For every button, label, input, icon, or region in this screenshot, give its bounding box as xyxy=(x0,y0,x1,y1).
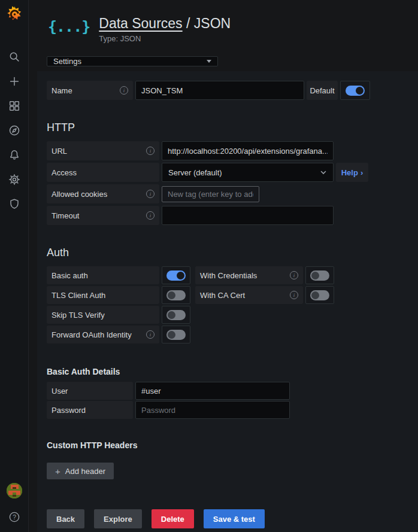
with-ca-cert-row: With CA Cert xyxy=(195,286,334,304)
breadcrumb-separator: / xyxy=(186,16,190,31)
tls-client-auth-toggle[interactable] xyxy=(162,286,190,304)
name-label-text: Name xyxy=(52,86,72,95)
forward-oauth-row: Forward OAuth Identity xyxy=(47,326,190,343)
sidebar: ? xyxy=(0,0,29,532)
action-buttons: Back Explore Delete Save & test xyxy=(47,509,408,528)
basic-auth-label: Basic auth xyxy=(47,266,159,284)
datasource-type-subtitle: Type: JSON xyxy=(99,34,231,43)
help-icon[interactable]: ? xyxy=(8,510,21,524)
skip-tls-verify-label-text: Skip TLS Verify xyxy=(52,311,105,320)
add-header-button-text: Add header xyxy=(65,467,105,476)
allowed-cookies-tag-input[interactable] xyxy=(162,186,259,202)
caret-down-icon xyxy=(207,60,211,63)
forward-oauth-label: Forward OAuth Identity xyxy=(47,326,159,343)
allowed-cookies-field-label: Allowed cookies xyxy=(47,184,159,203)
auth-toggle-grid: Basic auth TLS Client Auth xyxy=(47,266,408,345)
tls-client-auth-label: TLS Client Auth xyxy=(47,286,159,304)
skip-tls-verify-row: Skip TLS Verify xyxy=(47,306,190,324)
save-and-test-button[interactable]: Save & test xyxy=(204,509,265,528)
with-ca-cert-label: With CA Cert xyxy=(195,286,303,304)
page-title: Data Sources / JSON xyxy=(99,16,231,32)
svg-text:?: ? xyxy=(13,514,16,521)
password-field-label: Password xyxy=(47,401,133,419)
timeout-row: Timeout xyxy=(47,206,408,225)
basic-auth-toggle[interactable] xyxy=(162,266,190,284)
chevron-down-icon xyxy=(320,169,327,176)
basic-auth-label-text: Basic auth xyxy=(52,271,88,280)
info-icon[interactable] xyxy=(120,86,128,95)
alerting-bell-icon[interactable] xyxy=(8,148,21,162)
url-label-text: URL xyxy=(52,147,67,156)
sidebar-nav xyxy=(8,50,21,211)
auth-section-heading: Auth xyxy=(47,247,408,259)
default-toggle[interactable] xyxy=(340,81,370,100)
allowed-cookies-row: Allowed cookies xyxy=(47,184,408,203)
back-button[interactable]: Back xyxy=(47,509,84,528)
info-icon[interactable] xyxy=(146,211,155,220)
chevron-right-icon: › xyxy=(361,168,363,177)
dashboards-icon[interactable] xyxy=(8,99,21,113)
info-icon[interactable] xyxy=(290,291,298,299)
security-shield-icon[interactable] xyxy=(8,197,21,211)
access-field-label: Access xyxy=(47,163,159,182)
plus-icon[interactable] xyxy=(8,75,21,88)
grafana-logo[interactable] xyxy=(5,5,24,24)
skip-tls-verify-label: Skip TLS Verify xyxy=(47,306,159,324)
with-credentials-label: With Credentials xyxy=(195,266,303,284)
name-input[interactable] xyxy=(135,81,304,100)
settings-panel: Name Default HTTP URL A xyxy=(37,71,418,532)
custom-headers-heading: Custom HTTP Headers xyxy=(47,440,408,450)
configuration-gear-icon[interactable] xyxy=(8,173,21,186)
url-row: URL xyxy=(47,141,408,160)
add-header-button[interactable]: + Add header xyxy=(47,463,114,479)
password-input[interactable] xyxy=(135,401,290,419)
user-input[interactable] xyxy=(135,382,290,400)
user-label-text: User xyxy=(52,387,68,396)
with-ca-cert-toggle[interactable] xyxy=(305,286,334,304)
http-section-heading: HTTP xyxy=(47,121,408,134)
tls-client-auth-label-text: TLS Client Auth xyxy=(52,291,105,300)
user-row: User xyxy=(47,382,408,400)
access-select[interactable]: Server (default) xyxy=(162,163,334,182)
access-label-text: Access xyxy=(52,168,77,177)
help-button-text: Help xyxy=(341,168,358,177)
json-datasource-icon: {...} xyxy=(48,18,90,35)
timeout-field-label: Timeout xyxy=(47,206,159,225)
url-input[interactable] xyxy=(162,141,334,160)
url-field-label: URL xyxy=(47,141,159,160)
info-icon[interactable] xyxy=(290,271,298,279)
delete-button[interactable]: Delete xyxy=(152,509,194,528)
access-row: Access Server (default) Help › xyxy=(47,163,408,182)
tls-client-auth-row: TLS Client Auth xyxy=(47,286,190,304)
with-credentials-label-text: With Credentials xyxy=(200,271,257,280)
timeout-label-text: Timeout xyxy=(52,211,79,220)
skip-tls-verify-toggle[interactable] xyxy=(162,306,190,324)
info-icon[interactable] xyxy=(146,330,155,339)
basic-auth-details-heading: Basic Auth Details xyxy=(47,367,408,376)
tab-select-value: Settings xyxy=(53,57,81,66)
with-credentials-row: With Credentials xyxy=(195,266,334,284)
breadcrumb-data-sources-link[interactable]: Data Sources xyxy=(99,16,182,31)
main-area: {...} Data Sources / JSON Type: JSON Set… xyxy=(29,0,418,532)
access-help-button[interactable]: Help › xyxy=(336,163,368,182)
explore-compass-icon[interactable] xyxy=(8,124,21,137)
info-icon[interactable] xyxy=(146,190,155,198)
name-field-label: Name xyxy=(47,81,133,100)
forward-oauth-label-text: Forward OAuth Identity xyxy=(52,330,132,339)
forward-oauth-toggle[interactable] xyxy=(162,326,190,343)
search-icon[interactable] xyxy=(8,50,21,63)
with-ca-cert-label-text: With CA Cert xyxy=(200,291,245,300)
explore-button[interactable]: Explore xyxy=(94,509,142,528)
breadcrumb-current: JSON xyxy=(194,16,231,31)
info-icon[interactable] xyxy=(146,147,155,155)
allowed-cookies-label-text: Allowed cookies xyxy=(52,190,107,199)
with-credentials-toggle[interactable] xyxy=(305,266,334,284)
password-row: Password xyxy=(47,401,408,419)
name-row: Name Default xyxy=(47,81,408,100)
user-field-label: User xyxy=(47,382,133,400)
user-avatar[interactable] xyxy=(7,483,22,498)
settings-tab-select[interactable]: Settings xyxy=(47,56,218,66)
timeout-input[interactable] xyxy=(162,206,334,225)
password-label-text: Password xyxy=(52,406,86,415)
page-header: {...} Data Sources / JSON Type: JSON xyxy=(29,0,418,43)
